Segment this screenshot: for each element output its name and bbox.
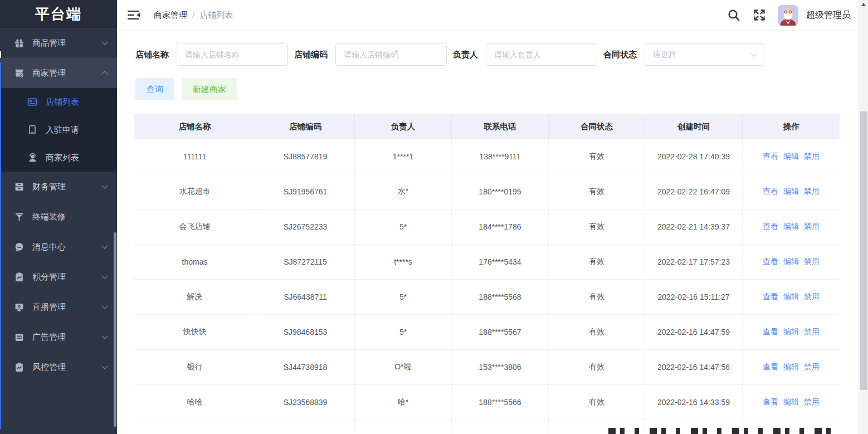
breadcrumb-parent[interactable]: 商家管理 (154, 10, 187, 21)
table-row: 111111SJ885778191****1138****9111有效2022-… (134, 139, 840, 174)
sidebar-item-live[interactable]: 直播管理 (0, 292, 117, 322)
edit-link[interactable]: 编辑 (783, 327, 799, 337)
view-link[interactable]: 查看 (763, 362, 778, 372)
cell-operations: 查看编辑禁用 (743, 315, 840, 349)
cell-store-name: 111111 (134, 139, 256, 174)
contract-status-select[interactable]: 请选择 (645, 43, 764, 66)
disable-link[interactable]: 禁用 (804, 222, 820, 232)
cell-created: 2022-02-16 14:47:59 (645, 315, 743, 349)
sidebar-item-products[interactable]: 商品管理 (0, 28, 117, 58)
edit-link[interactable]: 编辑 (783, 187, 799, 197)
filter-contract-status: 合同状态 请选择 (603, 43, 764, 66)
column-header: 联系电话 (452, 114, 549, 139)
disable-link[interactable]: 禁用 (804, 327, 820, 337)
disable-link[interactable]: 禁用 (804, 292, 820, 302)
view-link[interactable]: 查看 (763, 187, 778, 197)
cell-owner: 水* (355, 174, 452, 209)
left-edge-artifact-dash (0, 51, 1, 58)
cell-owner: 哈* (355, 385, 452, 420)
store-code-input[interactable] (335, 43, 447, 66)
view-link[interactable]: 查看 (763, 327, 778, 337)
cell-status: 有效 (549, 139, 645, 174)
store-name-label: 店铺名称 (135, 50, 169, 60)
cell-created: 2022-02-21 14:39:37 (645, 209, 743, 244)
collapse-menu-icon[interactable] (127, 8, 142, 22)
disable-link[interactable]: 禁用 (804, 187, 820, 197)
sidebar-item-risk[interactable]: 风控管理 (0, 352, 117, 382)
view-link[interactable]: 查看 (763, 222, 778, 232)
store-name-input[interactable] (177, 43, 288, 66)
avatar[interactable] (778, 5, 798, 26)
breadcrumb: 商家管理 / 店铺列表 (154, 10, 233, 21)
topbar-right: 超级管理员 (726, 5, 851, 26)
sidebar-item-messages[interactable]: 消息中心 (0, 232, 117, 262)
cell-owner: 5* (355, 280, 452, 314)
sidebar-item-terminal-decor[interactable]: 终端装修 (0, 202, 117, 232)
finance-icon (13, 181, 25, 192)
sidebar-subitem-merchant-list[interactable]: 商家列表 (0, 144, 117, 172)
cell-created: 2022-02-16 14:33:59 (645, 385, 743, 420)
disable-link[interactable]: 禁用 (804, 362, 820, 372)
page-scrollbar[interactable] (859, 0, 868, 434)
points-icon (13, 271, 25, 282)
store-table-header: 店铺名称店铺编码负责人联系电话合同状态创建时间操作 (134, 114, 840, 139)
create-merchant-button[interactable]: 新建商家 (182, 78, 237, 100)
disable-link[interactable]: 禁用 (804, 152, 820, 162)
edit-link[interactable]: 编辑 (783, 292, 799, 302)
store-code-label: 店铺编码 (294, 50, 328, 60)
sidebar-item-merchants[interactable]: 商家管理 (0, 58, 117, 88)
apply-icon (27, 124, 38, 135)
edit-link[interactable]: 编辑 (783, 362, 799, 372)
table-row: 解决SJ664387115*188****5568有效2022-02-16 15… (134, 280, 840, 315)
cell-operations: 查看编辑禁用 (743, 174, 840, 209)
cell-operations: 查看编辑禁用 (743, 280, 840, 314)
cell-status: 有效 (549, 350, 645, 384)
disable-link[interactable]: 禁用 (804, 257, 820, 267)
sidebar-item-label: 商品管理 (32, 38, 103, 48)
view-link[interactable]: 查看 (763, 292, 778, 302)
sidebar-scrollbar-thumb[interactable] (114, 232, 116, 427)
cell-owner: O*啦 (355, 350, 452, 384)
edit-link[interactable]: 编辑 (783, 257, 799, 267)
scrollbar-up-arrow-icon[interactable] (861, 3, 866, 6)
view-link[interactable]: 查看 (763, 397, 778, 407)
cell-store-code: SJ98468153 (256, 315, 355, 349)
edit-link[interactable]: 编辑 (783, 397, 799, 407)
owner-input[interactable] (486, 43, 597, 66)
action-bar: 查询 新建商家 (117, 66, 859, 100)
cell-phone: 184****1786 (452, 209, 549, 244)
view-link[interactable]: 查看 (763, 152, 778, 162)
query-button[interactable]: 查询 (135, 78, 174, 100)
sidebar-item-ads[interactable]: 广告管理 (0, 322, 117, 352)
username[interactable]: 超级管理员 (806, 9, 851, 21)
chevron-down-icon (101, 242, 108, 248)
sidebar-subitem-entry-apply[interactable]: 入驻申请 (0, 116, 117, 144)
cell-status: 有效 (549, 315, 645, 349)
sidebar-item-label: 直播管理 (32, 302, 103, 313)
page-scrollbar-thumb[interactable] (860, 111, 867, 390)
search-icon[interactable] (726, 8, 741, 22)
sidebar-menu: 商品管理商家管理店铺列表入驻申请商家列表财务管理终端装修消息中心积分管理直播管理… (0, 28, 117, 382)
brush-icon (13, 211, 25, 222)
cell-created: 2022-02-16 15:11:27 (645, 280, 743, 314)
sidebar-item-finance[interactable]: 财务管理 (0, 172, 117, 202)
sidebar-item-label: 积分管理 (32, 272, 103, 282)
cell-status: 有效 (549, 174, 645, 209)
cell-status: 有效 (549, 209, 645, 244)
sidebar-item-label: 广告管理 (32, 332, 103, 343)
sidebar-subitem-store-list[interactable]: 店铺列表 (0, 88, 117, 116)
column-header: 操作 (743, 114, 840, 139)
sidebar-item-points[interactable]: 积分管理 (0, 262, 117, 292)
view-link[interactable]: 查看 (763, 257, 778, 267)
cell-owner: t****s (355, 245, 452, 279)
fullscreen-icon[interactable] (752, 8, 767, 22)
cell-phone: 176****5434 (452, 245, 549, 279)
cell-store-name: 哈哈 (134, 385, 256, 420)
edit-link[interactable]: 编辑 (783, 222, 799, 232)
cell-owner: 5* (355, 209, 452, 244)
column-header: 店铺编码 (256, 114, 355, 139)
disable-link[interactable]: 禁用 (804, 397, 820, 407)
risk-icon (13, 362, 25, 373)
merchant-icon (27, 152, 38, 163)
edit-link[interactable]: 编辑 (783, 152, 799, 162)
